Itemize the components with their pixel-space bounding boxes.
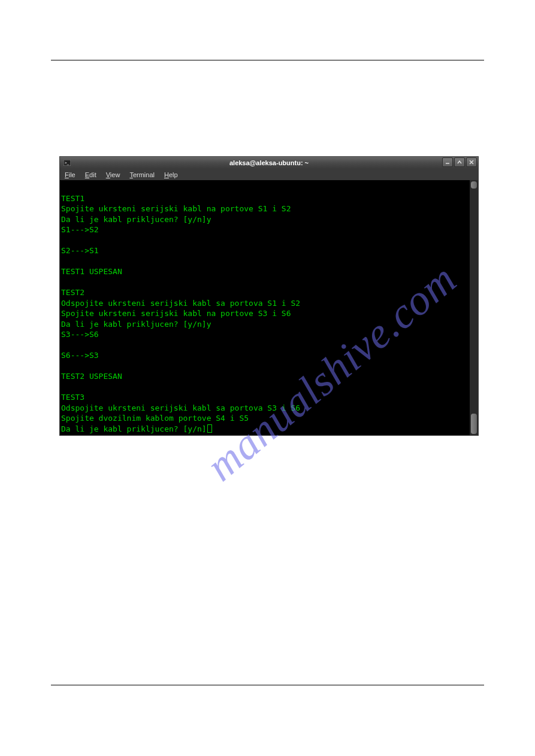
scrollbar-thumb-bottom[interactable]	[471, 414, 477, 434]
terminal-body-wrap: TEST1Spojite ukrsteni serijski kabl na p…	[60, 180, 478, 435]
menu-help[interactable]: Help	[164, 171, 178, 178]
terminal-line: Spojite ukrsteni serijski kabl na portov…	[60, 308, 470, 319]
terminal-prompt-line: Da li je kabl prikljucen? [y/n]	[60, 424, 470, 435]
menu-terminal[interactable]: Terminal	[129, 171, 155, 178]
terminal-line: Odspojite ukrsteni serijski kabl sa port…	[60, 298, 470, 309]
input-cursor	[207, 424, 212, 433]
maximize-button[interactable]	[454, 157, 465, 167]
divider-top	[51, 60, 484, 60]
divider-bottom	[51, 685, 484, 685]
menu-file[interactable]: File	[65, 171, 75, 178]
terminal-line	[60, 183, 470, 193]
menu-edit[interactable]: Edit	[85, 171, 96, 178]
terminal-line: Da li je kabl prikljucen? [y/n]y	[60, 214, 470, 225]
terminal-line: S6--->S3	[60, 350, 470, 361]
document-page: >_ aleksa@aleksa-ubuntu: ~	[0, 0, 535, 756]
terminal-line: Odspojite ukrsteni serijski kabl sa port…	[60, 403, 470, 414]
terminal-line: TEST3	[60, 392, 470, 403]
menu-view[interactable]: View	[106, 171, 120, 178]
terminal-line: Da li je kabl prikljucen? [y/n]y	[60, 319, 470, 330]
scrollbar-thumb-top[interactable]	[471, 181, 477, 189]
terminal-line: TEST2 USPESAN	[60, 371, 470, 382]
terminal-window: >_ aleksa@aleksa-ubuntu: ~	[59, 156, 479, 436]
terminal-line: S2--->S1	[60, 245, 470, 256]
terminal-line	[60, 277, 470, 288]
window-menubar: File Edit View Terminal Help	[60, 169, 478, 180]
vertical-scrollbar[interactable]	[470, 180, 478, 435]
scrollbar-track[interactable]	[471, 181, 477, 434]
terminal-output[interactable]: TEST1Spojite ukrsteni serijski kabl na p…	[60, 180, 470, 435]
terminal-line	[60, 256, 470, 267]
terminal-app-icon: >_	[64, 160, 71, 166]
terminal-line: TEST2	[60, 287, 470, 298]
window-controls	[442, 157, 477, 167]
minimize-button[interactable]	[442, 157, 453, 167]
terminal-line: Spojite dvozilnim kablom portove S4 i S5	[60, 413, 470, 424]
window-title: aleksa@aleksa-ubuntu: ~	[60, 159, 478, 166]
svg-text:>_: >_	[65, 160, 69, 165]
terminal-line: Spojite ukrsteni serijski kabl na portov…	[60, 204, 470, 214]
terminal-line: TEST1 USPESAN	[60, 266, 470, 277]
terminal-line	[60, 235, 470, 246]
terminal-line	[60, 361, 470, 372]
terminal-line: S3--->S6	[60, 329, 470, 340]
terminal-line	[60, 340, 470, 351]
terminal-line	[60, 382, 470, 393]
window-titlebar[interactable]: >_ aleksa@aleksa-ubuntu: ~	[60, 157, 478, 169]
close-button[interactable]	[466, 157, 477, 167]
terminal-line: TEST1	[60, 193, 470, 204]
terminal-line: S1--->S2	[60, 224, 470, 235]
